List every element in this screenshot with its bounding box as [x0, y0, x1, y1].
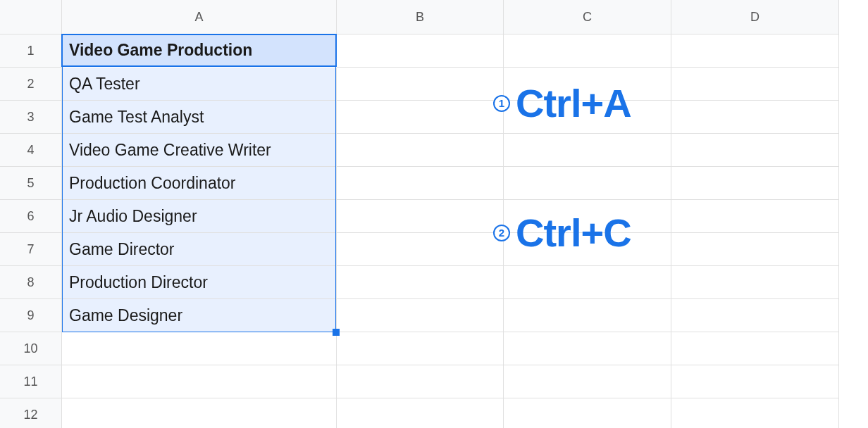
cell-b4[interactable]: [337, 134, 504, 167]
cell-d5[interactable]: [671, 167, 839, 200]
cell-a12[interactable]: [62, 398, 337, 428]
cell-a5[interactable]: Production Coordinator: [62, 167, 337, 200]
cell-d9[interactable]: [671, 299, 839, 332]
cell-value: Video Game Production: [69, 41, 252, 60]
cell-c9[interactable]: [504, 299, 671, 332]
fill-handle[interactable]: [333, 329, 340, 336]
cell-value: QA Tester: [69, 75, 140, 94]
row-label: 3: [27, 110, 34, 125]
cell-c11[interactable]: [504, 365, 671, 398]
row-header-2[interactable]: 2: [0, 68, 62, 101]
select-all-corner[interactable]: [0, 0, 62, 34]
cell-c1[interactable]: [504, 34, 671, 68]
row-label: 5: [27, 176, 34, 191]
cell-c12[interactable]: [504, 398, 671, 428]
cell-d7[interactable]: [671, 233, 839, 266]
cell-c5[interactable]: [504, 167, 671, 200]
cell-d11[interactable]: [671, 365, 839, 398]
row-header-4[interactable]: 4: [0, 134, 62, 167]
col-label: A: [194, 10, 203, 25]
row-header-5[interactable]: 5: [0, 167, 62, 200]
row-header-6[interactable]: 6: [0, 200, 62, 233]
annotation-badge-1: 1: [493, 95, 510, 112]
row-label: 1: [27, 44, 34, 58]
cell-b7[interactable]: [337, 233, 504, 266]
cell-a11[interactable]: [62, 365, 337, 398]
column-header-a[interactable]: A: [62, 0, 337, 34]
cell-c10[interactable]: [504, 332, 671, 365]
cell-b5[interactable]: [337, 167, 504, 200]
row-label: 8: [27, 275, 34, 290]
cell-a7[interactable]: Game Director: [62, 233, 337, 266]
cell-a10[interactable]: [62, 332, 337, 365]
row-label: 2: [27, 77, 34, 92]
column-header-b[interactable]: B: [337, 0, 504, 34]
col-label: B: [416, 10, 424, 25]
cell-a9[interactable]: Game Designer: [62, 299, 337, 332]
row-label: 12: [23, 408, 37, 422]
row-header-7[interactable]: 7: [0, 233, 62, 266]
spreadsheet-grid[interactable]: A B C D 1 Video Game Production 2 QA Tes…: [0, 0, 868, 428]
cell-d6[interactable]: [671, 200, 839, 233]
row-header-3[interactable]: 3: [0, 101, 62, 134]
cell-b12[interactable]: [337, 398, 504, 428]
cell-b8[interactable]: [337, 266, 504, 299]
cell-value: Video Game Creative Writer: [69, 141, 271, 160]
row-label: 10: [23, 341, 37, 356]
cell-a2[interactable]: QA Tester: [62, 68, 337, 101]
cell-a1[interactable]: Video Game Production: [61, 34, 337, 67]
cell-value: Jr Audio Designer: [69, 207, 197, 226]
cell-value: Game Test Analyst: [69, 108, 204, 127]
cell-b6[interactable]: [337, 200, 504, 233]
annotation-1: 1 Ctrl+A: [493, 80, 631, 126]
cell-d12[interactable]: [671, 398, 839, 428]
cell-b10[interactable]: [337, 332, 504, 365]
row-header-11[interactable]: 11: [0, 365, 62, 398]
cell-value: Game Director: [69, 240, 175, 259]
cell-a3[interactable]: Game Test Analyst: [62, 101, 337, 134]
cell-a4[interactable]: Video Game Creative Writer: [62, 134, 337, 167]
annotation-text-2: Ctrl+C: [516, 210, 631, 256]
cell-value: Game Designer: [69, 306, 182, 325]
row-header-8[interactable]: 8: [0, 266, 62, 299]
cell-d10[interactable]: [671, 332, 839, 365]
cell-value: Production Coordinator: [69, 174, 236, 193]
row-header-12[interactable]: 12: [0, 398, 62, 428]
cell-b9[interactable]: [337, 299, 504, 332]
annotation-text-1: Ctrl+A: [516, 80, 631, 126]
col-label: D: [750, 10, 760, 25]
cell-b1[interactable]: [337, 34, 504, 68]
cell-b2[interactable]: [337, 68, 504, 101]
row-header-1[interactable]: 1: [0, 34, 62, 68]
row-label: 6: [27, 209, 34, 224]
col-label: C: [583, 10, 592, 25]
cell-d1[interactable]: [671, 34, 839, 68]
cell-d2[interactable]: [671, 68, 839, 101]
annotation-2: 2 Ctrl+C: [493, 210, 631, 256]
row-header-9[interactable]: 9: [0, 299, 62, 332]
cell-value: Production Director: [69, 273, 208, 292]
annotation-badge-2: 2: [493, 225, 510, 241]
cell-b3[interactable]: [337, 101, 504, 134]
cell-d3[interactable]: [671, 101, 839, 134]
row-label: 11: [23, 374, 37, 389]
cell-c8[interactable]: [504, 266, 671, 299]
cell-d4[interactable]: [671, 134, 839, 167]
cell-c4[interactable]: [504, 134, 671, 167]
column-header-c[interactable]: C: [504, 0, 671, 34]
row-label: 4: [27, 143, 34, 158]
row-label: 7: [27, 242, 34, 257]
cell-a8[interactable]: Production Director: [62, 266, 337, 299]
cell-b11[interactable]: [337, 365, 504, 398]
cell-d8[interactable]: [671, 266, 839, 299]
cell-a6[interactable]: Jr Audio Designer: [62, 200, 337, 233]
column-header-d[interactable]: D: [671, 0, 839, 34]
row-label: 9: [27, 308, 34, 323]
row-header-10[interactable]: 10: [0, 332, 62, 365]
